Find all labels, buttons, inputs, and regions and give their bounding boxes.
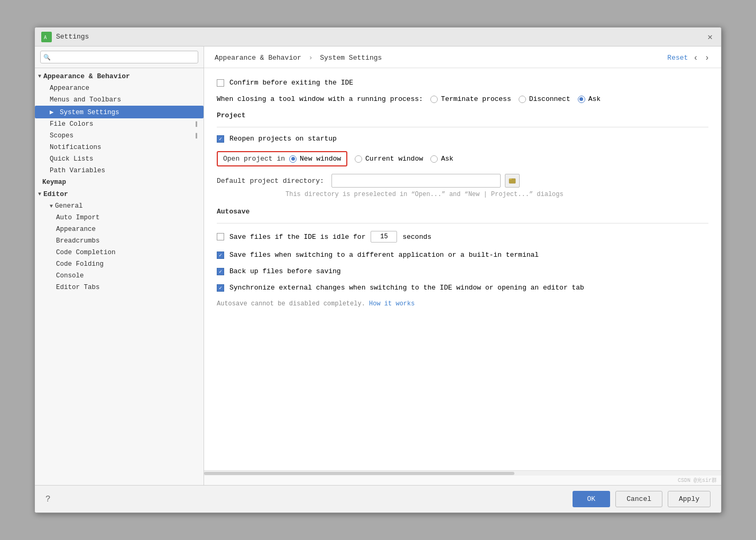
breadcrumb-part2: System Settings — [320, 54, 382, 62]
help-button[interactable]: ? — [45, 495, 51, 504]
search-input[interactable] — [40, 51, 198, 63]
save-idle-checkbox[interactable] — [217, 233, 224, 240]
scrollbar-thumb — [204, 472, 514, 475]
chevron-right-icon: ▶ — [50, 109, 54, 116]
sidebar-item-auto-import[interactable]: Auto Import — [35, 212, 204, 224]
sidebar-general-label: General — [55, 202, 83, 210]
ask-radio[interactable] — [578, 96, 585, 103]
main-header: Appearance & Behavior › System Settings … — [204, 46, 721, 68]
new-window-label: New window — [300, 155, 341, 163]
terminate-radio-wrap: Terminate process — [430, 95, 511, 103]
sidebar-item-code-folding[interactable]: Code Folding — [35, 258, 204, 270]
sidebar-item-notifications[interactable]: Notifications — [35, 142, 204, 153]
ask-label: Ask — [588, 95, 601, 103]
sidebar-item-general[interactable]: ▼ General — [35, 200, 204, 212]
browse-button[interactable] — [505, 174, 520, 188]
disconnect-radio[interactable] — [519, 96, 526, 103]
bottom-scrollbar[interactable] — [204, 470, 721, 476]
content-area: 🔍 ▼ Appearance & Behavior Appearance Men… — [35, 46, 721, 485]
search-wrapper: 🔍 — [40, 51, 198, 63]
sidebar-item-keymap[interactable]: Keymap — [35, 176, 204, 188]
sidebar-item-file-colors[interactable]: File Colors ▐ — [35, 118, 204, 130]
new-window-radio-wrap: New window — [289, 155, 341, 163]
default-dir-hint: This directory is preselected in “Open..… — [285, 191, 708, 198]
apply-button[interactable]: Apply — [668, 491, 711, 507]
breadcrumb-part1: Appearance & Behavior — [215, 54, 301, 62]
back-button[interactable]: ‹ — [692, 53, 699, 62]
svg-rect-3 — [509, 179, 512, 180]
open-project-box: Open project in New window — [217, 151, 347, 166]
autosave-divider — [217, 223, 708, 224]
reopen-label: Reopen projects on startup — [229, 135, 337, 143]
sidebar-item-code-completion[interactable]: Code Completion — [35, 247, 204, 258]
current-window-radio[interactable] — [355, 155, 362, 163]
sidebar-item-appearance-sub[interactable]: Appearance — [35, 224, 204, 235]
sidebar: 🔍 ▼ Appearance & Behavior Appearance Men… — [35, 46, 204, 485]
save-idle-row: Save files if the IDE is idle for second… — [217, 231, 708, 243]
default-dir-input[interactable] — [331, 174, 501, 188]
app-icon: A — [41, 32, 52, 42]
autosave-section-label: Autosave — [217, 208, 708, 216]
new-window-radio[interactable] — [289, 155, 297, 163]
default-dir-field: Default project directory: — [217, 174, 708, 188]
sidebar-item-breadcrumbs[interactable]: Breadcrumbs — [35, 235, 204, 247]
sync-checkbox-wrap: Synchronize external changes when switch… — [217, 284, 584, 292]
backup-row: Back up files before saving — [217, 267, 708, 275]
sidebar-item-menus-toolbars[interactable]: Menus and Toolbars — [35, 94, 204, 106]
settings-body: Confirm before exiting the IDE When clos… — [204, 68, 721, 470]
close-button[interactable]: ✕ — [705, 32, 715, 42]
save-idle-checkbox-wrap: Save files if the IDE is idle for second… — [217, 231, 431, 243]
ask-radio-wrap: Ask — [578, 95, 601, 103]
confirm-exit-checkbox-wrap: Confirm before exiting the IDE — [217, 79, 353, 87]
sidebar-item-system-settings[interactable]: ▶ System Settings — [35, 106, 204, 118]
current-window-label: Current window — [365, 155, 423, 163]
save-switching-checkbox[interactable] — [217, 252, 224, 259]
sidebar-section-label: Appearance & Behavior — [43, 72, 130, 80]
footer-buttons: OK Cancel Apply — [573, 491, 711, 507]
reset-button[interactable]: Reset — [667, 54, 688, 62]
autosave-hint: Autosave cannot be disabled completely. … — [217, 300, 708, 308]
sidebar-editor-label: Editor — [43, 190, 68, 198]
sidebar-item-appearance[interactable]: Appearance — [35, 82, 204, 94]
sync-checkbox[interactable] — [217, 284, 224, 292]
ask2-radio-wrap: Ask — [430, 155, 453, 163]
search-box: 🔍 — [35, 46, 204, 68]
breadcrumb-separator: › — [309, 54, 313, 62]
settings-window: A Settings ✕ 🔍 ▼ Appearance & Behavior A… — [34, 27, 722, 513]
cancel-button[interactable]: Cancel — [615, 491, 662, 507]
breadcrumb: Appearance & Behavior › System Settings — [215, 54, 667, 62]
save-idle-input[interactable] — [371, 231, 397, 243]
sidebar-item-quick-lists[interactable]: Quick Lists — [35, 153, 204, 165]
ask2-radio[interactable] — [430, 155, 438, 163]
how-it-works-link[interactable]: How it works — [369, 300, 414, 308]
forward-button[interactable]: › — [704, 53, 711, 62]
folder-icon — [509, 177, 516, 184]
reopen-checkbox[interactable] — [217, 135, 224, 143]
chevron-down-icon: ▼ — [38, 73, 41, 79]
disconnect-radio-wrap: Disconnect — [519, 95, 570, 103]
search-icon: 🔍 — [43, 54, 51, 61]
backup-checkbox[interactable] — [217, 268, 224, 275]
sidebar-item-console[interactable]: Console — [35, 270, 204, 282]
sidebar-item-path-variables[interactable]: Path Variables — [35, 165, 204, 176]
confirm-exit-checkbox[interactable] — [217, 79, 224, 87]
save-switching-checkbox-wrap: Save files when switching to a different… — [217, 251, 539, 259]
confirm-exit-row: Confirm before exiting the IDE — [217, 79, 708, 87]
main-content: Appearance & Behavior › System Settings … — [204, 46, 721, 485]
reopen-row: Reopen projects on startup — [217, 135, 708, 143]
watermark: CSDN @光sir群 — [204, 476, 721, 485]
default-dir-label: Default project directory: — [217, 177, 324, 185]
sidebar-item-scopes[interactable]: Scopes ▐ — [35, 130, 204, 142]
sidebar-item-editor-tabs[interactable]: Editor Tabs — [35, 282, 204, 293]
close-tool-label: When closing a tool window with a runnin… — [217, 95, 423, 103]
close-tool-row: When closing a tool window with a runnin… — [217, 95, 708, 103]
terminate-radio[interactable] — [430, 96, 438, 103]
save-idle-unit: seconds — [402, 233, 431, 241]
ok-button[interactable]: OK — [573, 491, 611, 507]
reopen-checkbox-wrap: Reopen projects on startup — [217, 135, 337, 143]
sidebar-section-editor[interactable]: ▼ Editor — [35, 188, 204, 200]
chevron-down-icon-2: ▼ — [38, 191, 41, 197]
svg-text:A: A — [44, 35, 47, 40]
confirm-exit-label: Confirm before exiting the IDE — [229, 79, 353, 87]
sidebar-section-appearance-behavior[interactable]: ▼ Appearance & Behavior — [35, 70, 204, 82]
